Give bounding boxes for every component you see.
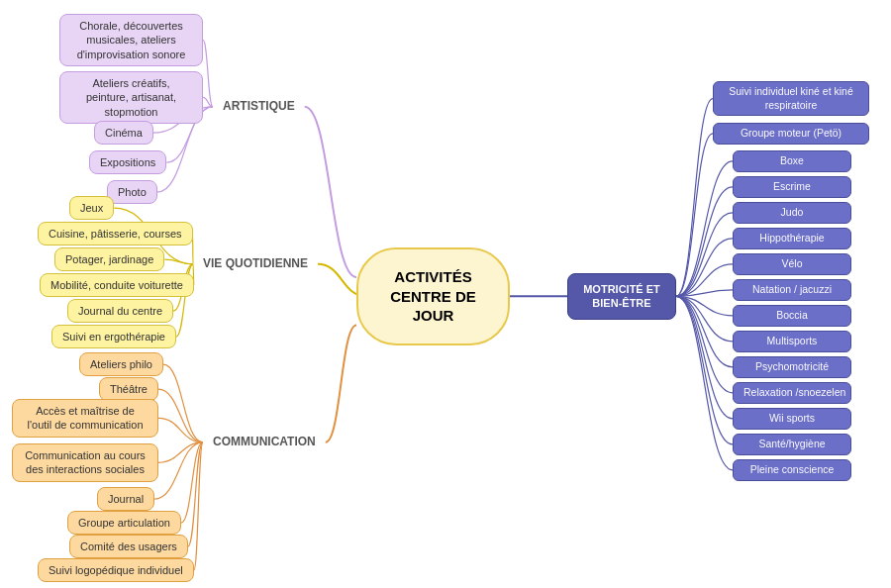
art-item-1: Ateliers créatifs, peinture, artisanat, … [59, 71, 203, 124]
art-item-0: Chorale, découvertes musicales, ateliers… [59, 14, 203, 66]
artistique-label: ARTISTIQUE [223, 99, 295, 113]
mot-item-10: Psychomotricité [733, 356, 851, 378]
art-item-4: Photo [107, 180, 157, 204]
mot-item-3: Escrime [733, 176, 851, 198]
category-communication: COMMUNICATION [203, 431, 326, 454]
mot-item-6: Vélo [733, 253, 851, 275]
mot-item-7: Natation / jacuzzi [733, 279, 851, 301]
vie-label: VIE QUOTIDIENNE [203, 256, 308, 270]
mot-item-4: Judo [733, 202, 851, 224]
comm-label: COMMUNICATION [213, 435, 316, 448]
comm-item-1: Théâtre [99, 377, 158, 401]
mot-item-0: Suivi individuel kiné et kiné respiratoi… [713, 81, 869, 116]
comm-item-5: Groupe articulation [67, 511, 181, 535]
mot-item-13: Santé/hygiène [733, 434, 851, 455]
comm-item-0: Ateliers philo [79, 352, 163, 376]
center-node: ACTIVITÉS CENTRE DE JOUR [356, 247, 510, 345]
mot-item-2: Boxe [733, 150, 851, 172]
comm-item-7: Suivi logopédique individuel [38, 558, 194, 582]
mot-item-8: Boccia [733, 305, 851, 327]
vie-item-4: Journal du centre [67, 299, 173, 323]
mot-item-1: Groupe moteur (Petö) [713, 123, 869, 145]
comm-item-3: Communication au cours des interactions … [12, 443, 158, 482]
mot-item-12: Wii sports [733, 408, 851, 430]
motricite-label: MOTRICITÉ ET BIEN-ÊTRE [583, 283, 660, 309]
center-title: ACTIVITÉS CENTRE DE JOUR [390, 268, 476, 324]
art-item-3: Expositions [89, 150, 166, 174]
vie-item-2: Potager, jardinage [54, 247, 164, 271]
comm-item-4: Journal [97, 487, 154, 511]
art-item-2: Cinéma [94, 121, 153, 145]
category-vie: VIE QUOTIDIENNE [193, 252, 318, 276]
vie-item-5: Suivi en ergothérapie [51, 325, 176, 348]
comm-item-2: Accès et maîtrise de l'outil de communic… [12, 399, 158, 438]
category-motricite: MOTRICITÉ ET BIEN-ÊTRE [567, 273, 676, 320]
mot-item-5: Hippothérapie [733, 228, 851, 249]
mot-item-14: Pleine conscience [733, 459, 851, 481]
vie-item-1: Cuisine, pâtisserie, courses [38, 222, 193, 245]
vie-item-0: Jeux [69, 196, 114, 220]
mot-item-11: Relaxation /snoezelen [733, 382, 851, 404]
comm-item-6: Comité des usagers [69, 535, 188, 558]
category-artistique: ARTISTIQUE [213, 95, 305, 119]
mot-item-9: Multisports [733, 331, 851, 352]
vie-item-3: Mobilité, conduite voiturette [40, 273, 194, 297]
